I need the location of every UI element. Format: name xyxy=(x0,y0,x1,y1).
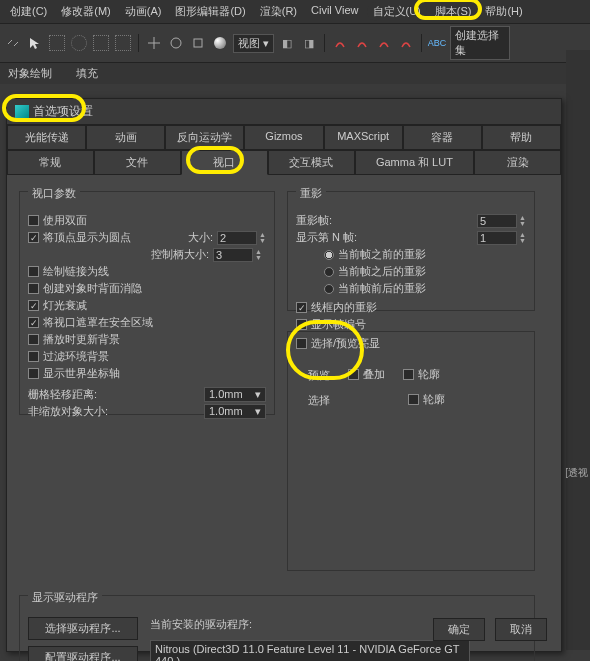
tab-maxscript[interactable]: MAXScript xyxy=(324,125,403,150)
snap-percent-icon[interactable] xyxy=(375,34,393,52)
nonscale-dropdown[interactable]: 1.0mm▾ xyxy=(204,404,266,419)
menu-help[interactable]: 帮助(H) xyxy=(479,2,528,21)
view-mode-dropdown[interactable]: 视图 ▾ xyxy=(233,34,274,53)
viewport-label: [透视 xyxy=(565,466,588,480)
menu-bar: 创建(C) 修改器(M) 动画(A) 图形编辑器(D) 渲染(R) Civil … xyxy=(0,0,590,23)
select-circle-icon[interactable] xyxy=(70,34,88,52)
tab-interaction[interactable]: 交互模式 xyxy=(268,150,355,175)
tab-gamma[interactable]: Gamma 和 LUT xyxy=(355,150,474,175)
chk-light-atten[interactable] xyxy=(28,300,39,311)
tab-viewport[interactable]: 视口 xyxy=(181,150,268,175)
tab-general[interactable]: 常规 xyxy=(7,150,94,175)
tool-link[interactable] xyxy=(4,34,22,52)
menu-script[interactable]: 脚本(S) xyxy=(429,2,478,21)
chk-use-dual[interactable] xyxy=(28,215,39,226)
dialog-titlebar: 首选项设置 xyxy=(7,99,561,125)
chk-draw-links[interactable] xyxy=(28,266,39,277)
svg-point-0 xyxy=(171,38,181,48)
select-fence-icon[interactable] xyxy=(92,34,110,52)
menu-create[interactable]: 创建(C) xyxy=(4,2,53,21)
tool-a[interactable]: ◧ xyxy=(278,34,296,52)
menu-render[interactable]: 渲染(R) xyxy=(254,2,303,21)
ghost-frames-input[interactable] xyxy=(477,214,517,228)
menu-customize[interactable]: 自定义(U) xyxy=(367,2,427,21)
chk-filter-env[interactable] xyxy=(28,351,39,362)
chk-outline2[interactable] xyxy=(408,394,419,405)
chk-show-vertex[interactable] xyxy=(28,232,39,243)
select-lasso-icon[interactable] xyxy=(114,34,132,52)
tool-b[interactable]: ◨ xyxy=(300,34,318,52)
select-rect-icon[interactable] xyxy=(48,34,66,52)
ribbon-fill[interactable]: 填充 xyxy=(76,66,98,81)
radio-before[interactable] xyxy=(324,250,334,260)
spinner-arrows[interactable]: ▲▼ xyxy=(259,232,266,244)
app-icon xyxy=(15,105,29,119)
cancel-button[interactable]: 取消 xyxy=(495,618,547,641)
tab-animation[interactable]: 动画 xyxy=(86,125,165,150)
dialog-title-text: 首选项设置 xyxy=(33,103,93,120)
menu-civil[interactable]: Civil View xyxy=(305,2,364,21)
menu-animation[interactable]: 动画(A) xyxy=(119,2,168,21)
chk-backface[interactable] xyxy=(28,283,39,294)
move-icon[interactable] xyxy=(145,34,163,52)
scale-icon[interactable] xyxy=(189,34,207,52)
named-selection-input[interactable]: 创建选择集 xyxy=(450,26,510,60)
group-ghosting: 重影 重影帧: ▲▼ 显示第 N 帧: ▲▼ 当前帧之前的重影 当前帧之后的重影… xyxy=(287,191,535,311)
menu-modifiers[interactable]: 修改器(M) xyxy=(55,2,117,21)
group-selection-preview: 选择/预览亮显 预览 叠加 轮廓 选择 轮廓 xyxy=(287,331,535,571)
select-arrow-icon[interactable] xyxy=(26,34,44,52)
config-driver-button[interactable]: 配置驱动程序... xyxy=(28,646,138,661)
snap-angle-icon[interactable] xyxy=(353,34,371,52)
ribbon-bar: 对象绘制 填充 xyxy=(0,63,590,84)
menu-graph[interactable]: 图形编辑器(D) xyxy=(169,2,251,21)
handle-size-input[interactable] xyxy=(213,248,253,262)
tabs-row-1: 光能传递 动画 反向运动学 Gizmos MAXScript 容器 帮助 xyxy=(7,125,561,150)
tab-render[interactable]: 渲染 xyxy=(474,150,561,175)
snap-spinner-icon[interactable] xyxy=(397,34,415,52)
chk-update-bg[interactable] xyxy=(28,334,39,345)
chk-overlay[interactable] xyxy=(348,369,359,380)
tab-radiosity[interactable]: 光能传递 xyxy=(7,125,86,150)
tab-help[interactable]: 帮助 xyxy=(482,125,561,150)
ghost-nth-input[interactable] xyxy=(477,231,517,245)
chk-outline1[interactable] xyxy=(403,369,414,380)
tab-ik[interactable]: 反向运动学 xyxy=(165,125,244,150)
tab-gizmos[interactable]: Gizmos xyxy=(244,125,323,150)
chk-show-framenum[interactable] xyxy=(296,319,307,330)
preferences-dialog: 首选项设置 光能传递 动画 反向运动学 Gizmos MAXScript 容器 … xyxy=(6,98,562,652)
chk-wireframe-ghost[interactable] xyxy=(296,302,307,313)
ok-button[interactable]: 确定 xyxy=(433,618,485,641)
chk-sel-preview[interactable] xyxy=(296,338,307,349)
named-sel-icon[interactable]: ABC xyxy=(428,34,446,52)
driver-info-text: Nitrous (Direct3D 11.0 Feature Level 11 … xyxy=(150,640,470,661)
chk-mask-safe[interactable] xyxy=(28,317,39,328)
grid-dist-dropdown[interactable]: 1.0mm▾ xyxy=(204,387,266,402)
snap-toggle-icon[interactable] xyxy=(331,34,349,52)
tabs-row-2: 常规 文件 视口 交互模式 Gamma 和 LUT 渲染 xyxy=(7,150,561,175)
group-viewport-params: 视口参数 使用双面 将顶点显示为圆点 大小: ▲▼ 控制柄大小: ▲▼ 绘制链接… xyxy=(19,191,275,415)
chk-show-world[interactable] xyxy=(28,368,39,379)
main-toolbar: 视图 ▾ ◧ ◨ ABC 创建选择集 xyxy=(0,23,590,63)
rotate-icon[interactable] xyxy=(167,34,185,52)
ribbon-draw[interactable]: 对象绘制 xyxy=(8,66,52,81)
svg-rect-1 xyxy=(194,39,202,47)
sphere-icon[interactable] xyxy=(211,34,229,52)
choose-driver-button[interactable]: 选择驱动程序... xyxy=(28,617,138,640)
radio-after[interactable] xyxy=(324,267,334,277)
radio-around[interactable] xyxy=(324,284,334,294)
tab-files[interactable]: 文件 xyxy=(94,150,181,175)
command-panel-strip xyxy=(566,50,590,650)
tab-containers[interactable]: 容器 xyxy=(403,125,482,150)
vertex-size-input[interactable] xyxy=(217,231,257,245)
